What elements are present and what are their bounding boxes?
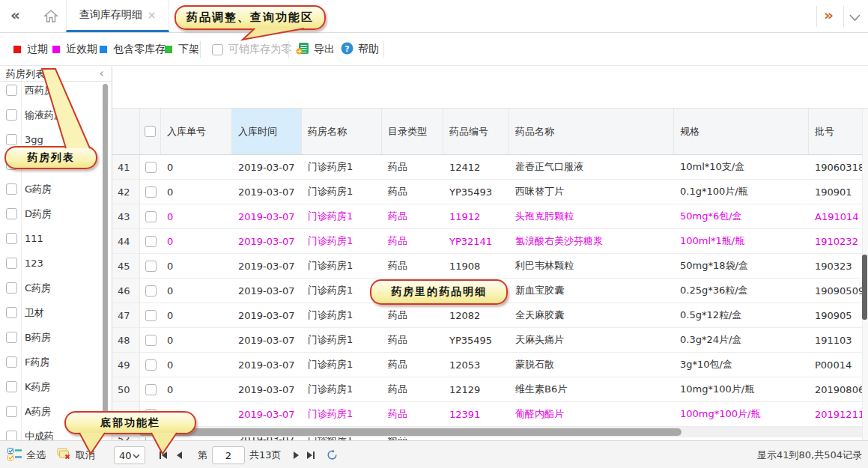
row-checkbox-cell[interactable]: [140, 155, 161, 179]
row-checkbox-cell[interactable]: [140, 353, 161, 377]
header-order-no[interactable]: 入库单号: [161, 109, 232, 154]
pharmacy-list-item[interactable]: K药房: [0, 374, 102, 399]
cell-inbound-time: 2019-03-07: [232, 353, 302, 377]
pharmacy-checkbox[interactable]: [6, 381, 17, 392]
row-checkbox-cell[interactable]: [140, 254, 161, 278]
row-checkbox[interactable]: [145, 236, 157, 247]
row-checkbox-cell[interactable]: [140, 279, 161, 303]
pharmacy-checkbox[interactable]: [6, 183, 17, 195]
chevron-down-icon[interactable]: [849, 13, 861, 24]
help-button[interactable]: ? 帮助: [341, 33, 379, 66]
reload-grid-icon[interactable]: [327, 441, 338, 468]
pharmacy-list-item[interactable]: 111: [0, 226, 102, 251]
pharmacy-checkbox[interactable]: [6, 406, 17, 417]
header-inbound-time[interactable]: 入库时间: [232, 109, 302, 154]
row-checkbox[interactable]: [145, 162, 157, 173]
cell-catalog-type: 药品: [382, 328, 443, 352]
row-checkbox-cell[interactable]: [140, 303, 161, 327]
pharmacy-list-item[interactable]: 123: [0, 251, 102, 276]
table-row[interactable]: 48 0 2019-03-07 门诊药房1 药品 YP35495 天麻头痛片 0…: [112, 328, 868, 353]
home-icon[interactable]: [43, 9, 58, 25]
cell-batch-no: 190901: [809, 180, 868, 204]
pharmacy-label: F药房: [25, 356, 49, 369]
header-checkbox-cell[interactable]: [140, 109, 161, 154]
cell-catalog-type: 药品: [382, 353, 443, 377]
cell-catalog-type: 药品: [382, 254, 443, 278]
row-number: 48: [112, 328, 140, 352]
row-checkbox[interactable]: [145, 359, 157, 371]
cell-drug-code: 11908: [443, 254, 509, 278]
table-row[interactable]: 41 0 2019-03-07 门诊药房1 药品 12412 藿香正气口服液 1…: [112, 155, 868, 180]
page-size-select[interactable]: 40: [114, 446, 145, 464]
pharmacy-list-item[interactable]: B药房: [0, 325, 102, 350]
pharmacy-checkbox[interactable]: [6, 332, 17, 343]
row-checkbox-cell[interactable]: [140, 377, 161, 401]
row-checkbox[interactable]: [145, 335, 157, 346]
header-pharmacy-name[interactable]: 药房名称: [302, 109, 382, 154]
legend-label: 过期: [27, 43, 48, 56]
cell-order-no: 0: [161, 377, 232, 401]
cell-batch-no: 20190806: [809, 377, 868, 401]
cell-spec: 3g*10包/盒: [674, 353, 809, 377]
pharmacy-list-item[interactable]: F药房: [0, 350, 102, 374]
row-checkbox[interactable]: [145, 310, 157, 321]
table-row[interactable]: 47 0 2019-03-07 门诊药房1 药品 12082 全天麻胶囊 0.5…: [112, 303, 868, 328]
row-checkbox[interactable]: [145, 285, 157, 297]
pharmacy-checkbox[interactable]: [6, 356, 17, 368]
row-checkbox-cell[interactable]: [140, 328, 161, 352]
inventory-query-window: « 查询库存明细 × » 过期 近效期 包含零库存 下架: [0, 0, 868, 468]
table-row[interactable]: 49 0 2019-03-07 门诊药房1 药品 12053 蒙脱石散 3g*1…: [112, 353, 868, 377]
pharmacy-list-item[interactable]: 卫材: [0, 300, 102, 325]
pharmacy-checkbox[interactable]: [6, 307, 17, 318]
table-row[interactable]: 42 0 2019-03-07 门诊药房1 药品 YP35493 西咪替丁片 0…: [112, 180, 868, 204]
row-checkbox-cell[interactable]: [140, 229, 161, 253]
pharmacy-list-item[interactable]: D药房: [0, 201, 102, 226]
collapse-left-icon[interactable]: «: [10, 6, 20, 24]
last-page-icon[interactable]: [306, 441, 315, 468]
row-checkbox[interactable]: [145, 261, 157, 272]
row-checkbox[interactable]: [145, 384, 157, 395]
header-drug-name[interactable]: 药品名称: [509, 109, 674, 154]
horizontal-scrollbar-thumb[interactable]: [139, 428, 682, 436]
pharmacy-label: K药房: [25, 380, 51, 394]
pharmacy-list-item[interactable]: G药房: [0, 177, 102, 201]
header-batch-no[interactable]: 批号: [809, 109, 868, 154]
header-spec[interactable]: 规格: [674, 109, 809, 154]
header-catalog-type[interactable]: 目录类型: [382, 109, 443, 154]
header-drug-code[interactable]: 药品编号: [443, 109, 509, 154]
vertical-scrollbar-thumb[interactable]: [862, 255, 867, 320]
pharmacy-checkbox[interactable]: [6, 208, 17, 219]
table-row[interactable]: 44 0 2019-03-07 门诊药房1 药品 YP32141 氢溴酸右美沙芬…: [112, 229, 868, 254]
cell-order-no: 0: [161, 303, 232, 327]
tab-close-icon[interactable]: ×: [148, 9, 157, 21]
table-row[interactable]: 43 0 2019-03-07 门诊药房1 药品 11912 头孢克肟颗粒 50…: [112, 204, 868, 229]
select-all-checkbox[interactable]: [145, 126, 156, 137]
select-all-button[interactable]: 全选: [7, 441, 46, 468]
sidebar-scrollbar[interactable]: [103, 84, 108, 431]
tab-query-inventory-detail[interactable]: 查询库存明细 ×: [66, 0, 169, 32]
row-checkbox[interactable]: [145, 186, 157, 198]
filter-bar: 快速搜索： 入库日期： 17 目录类型 剂型 上架标志: [112, 66, 868, 109]
row-checkbox[interactable]: [145, 211, 157, 222]
pharmacy-checkbox[interactable]: [6, 282, 17, 294]
table-row[interactable]: 51 0 2019-03-07 门诊药房1 药品 12391 葡醛内酯片 100…: [112, 402, 868, 427]
select-all-label: 全选: [26, 449, 46, 462]
table-row[interactable]: 45 0 2019-03-07 门诊药房1 药品 11908 利巴韦林颗粒 50…: [112, 254, 868, 279]
expand-right-icon[interactable]: »: [824, 6, 834, 24]
pharmacy-label: G药房: [25, 183, 52, 196]
pharmacy-checkbox[interactable]: [6, 85, 17, 96]
pharmacy-checkbox[interactable]: [6, 233, 17, 244]
pharmacy-checkbox[interactable]: [6, 109, 17, 121]
table-row[interactable]: 50 0 2019-03-07 门诊药房1 药品 12129 维生素B6片 10…: [112, 377, 868, 402]
pharmacy-checkbox[interactable]: [6, 134, 17, 145]
legend-zero-stock-included: 包含零库存: [100, 33, 166, 66]
row-checkbox-cell[interactable]: [140, 180, 161, 204]
row-checkbox-cell[interactable]: [140, 204, 161, 228]
pharmacy-checkbox[interactable]: [6, 258, 17, 269]
legend-swatch: [100, 46, 107, 53]
page-number-input[interactable]: [212, 446, 245, 464]
pharmacy-list-item[interactable]: C药房: [0, 276, 102, 300]
next-page-icon[interactable]: [291, 441, 300, 468]
zero-sellable-checkbox[interactable]: [212, 44, 223, 55]
cell-spec: 50mg*6包/盒: [674, 204, 809, 228]
